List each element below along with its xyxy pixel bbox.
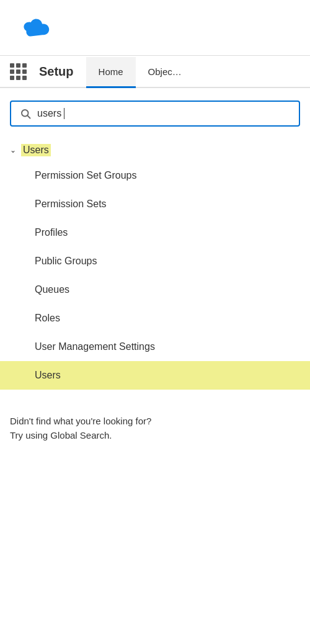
nav-tabs: Home Objec… (86, 56, 194, 87)
chevron-down-icon: ⌄ (10, 146, 16, 154)
search-box[interactable]: users (10, 101, 300, 127)
tab-object[interactable]: Objec… (136, 57, 194, 88)
menu-item-queues[interactable]: Queues (0, 275, 310, 304)
menu-item-roles[interactable]: Roles (0, 304, 310, 333)
results-area: ⌄ Users Permission Set Groups Permission… (0, 133, 310, 396)
search-icon (20, 108, 31, 119)
footer-help-text: Didn't find what you're looking for? Try… (0, 396, 310, 455)
grid-menu-button[interactable] (10, 56, 34, 87)
grid-dots-icon (10, 63, 27, 80)
tab-home[interactable]: Home (86, 57, 136, 88)
menu-item-public-groups[interactable]: Public Groups (0, 247, 310, 275)
menu-item-users[interactable]: Users (0, 361, 310, 390)
menu-item-permission-sets[interactable]: Permission Sets (0, 190, 310, 218)
menu-item-profiles[interactable]: Profiles (0, 218, 310, 247)
logo-area (10, 9, 60, 47)
salesforce-logo (10, 9, 60, 47)
svg-line-1 (27, 115, 30, 118)
category-label: Users (21, 144, 51, 156)
app-title: Setup (34, 56, 86, 87)
nav-bar: Setup Home Objec… (0, 56, 310, 88)
category-header-users[interactable]: ⌄ Users (0, 139, 310, 161)
search-input[interactable]: users (37, 108, 290, 119)
search-container: users (0, 88, 310, 133)
header (0, 0, 310, 56)
menu-item-permission-set-groups[interactable]: Permission Set Groups (0, 161, 310, 190)
menu-item-user-management-settings[interactable]: User Management Settings (0, 333, 310, 361)
text-cursor (64, 108, 64, 119)
menu-items: Permission Set Groups Permission Sets Pr… (0, 161, 310, 390)
